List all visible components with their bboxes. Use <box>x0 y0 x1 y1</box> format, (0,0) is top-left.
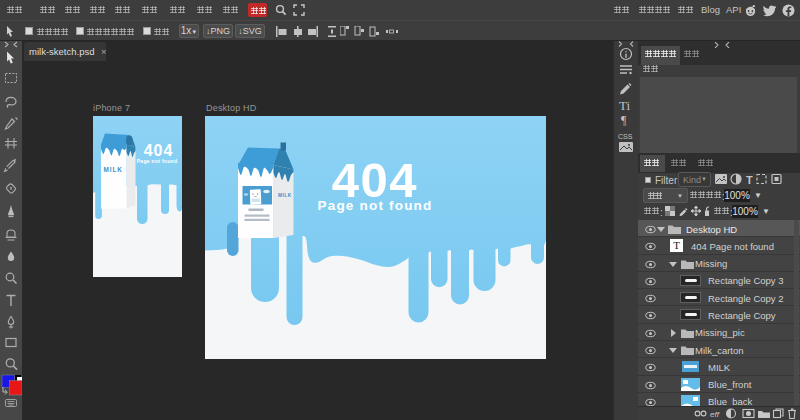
svg-text:Page not found: Page not found <box>137 158 178 164</box>
svg-text:Page not found: Page not found <box>317 198 432 213</box>
svg-text:Ti: Ti <box>619 98 630 113</box>
svg-text:MILK: MILK <box>278 193 292 198</box>
svg-text:MILK: MILK <box>104 166 123 173</box>
svg-text:CSS: CSS <box>618 133 633 140</box>
svg-text:T: T <box>746 174 753 186</box>
svg-text:404: 404 <box>144 142 174 159</box>
svg-text:eff: eff <box>710 410 720 419</box>
svg-text:¶: ¶ <box>621 113 627 127</box>
